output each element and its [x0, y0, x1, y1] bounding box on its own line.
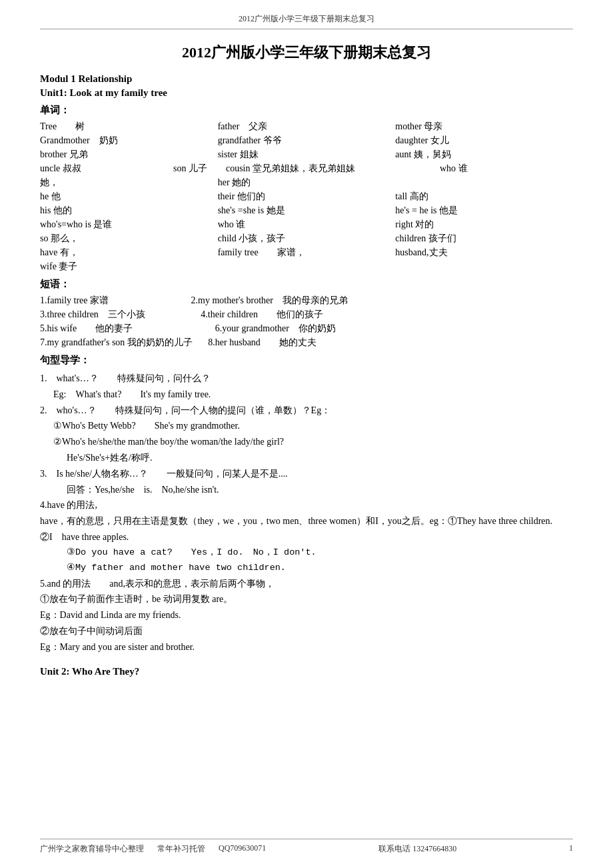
vocab-col-4-2: son 儿子 cousin 堂兄弟姐妹，表兄弟姐妹	[173, 163, 440, 175]
vocab-col-8-2: who 谁	[218, 219, 396, 231]
phrases-title: 短语：	[40, 278, 573, 291]
vocab-row-7: his 他的 she's =she is 她是 he's = he is 他是	[40, 205, 573, 217]
vocab-col-1-1: Tree 树	[40, 121, 218, 133]
phrase-6: 6.your grandmother 你的奶奶	[135, 323, 336, 333]
vocab-col-1-2: father 父亲	[218, 121, 396, 133]
vocab-row-11: wife 妻子	[40, 261, 573, 273]
sentence-1: 1. what's…？ 特殊疑问句，问什么？	[40, 371, 573, 387]
phrase-2: 2.my mother's brother 我的母亲的兄弟	[111, 295, 348, 305]
vocab-rows: Tree 树 father 父亲 mother 母亲 Grandmother 奶…	[40, 121, 573, 273]
phrase-row-4: 7.my grandfather's son 我的奶奶的儿子 8.her hus…	[40, 337, 573, 349]
sentence-5: 5.and 的用法 and,表示和的意思，表示前后两个事物，	[40, 576, 573, 592]
vocab-row-2: Grandmother 奶奶 grandfather 爷爷 daughter 女…	[40, 135, 573, 147]
header-title: 2012广州版小学三年级下册期末总复习	[239, 14, 374, 23]
sentence-5-detail2: ②放在句子中间动词后面	[40, 623, 573, 639]
vocab-col-9-1: so 那么，	[40, 233, 218, 245]
footer-page: 1	[569, 843, 573, 855]
vocab-col-5-1: 她，	[40, 177, 218, 189]
vocab-row-6: he 他 their 他们的 tall 高的	[40, 191, 573, 203]
footer-org: 广州学之家教育辅导中心整理	[40, 843, 144, 855]
sentence-4-eg4: ④My father and mother have two children.	[40, 561, 573, 576]
vocab-row-8: who's=who is 是谁 who 谁 right 对的	[40, 219, 573, 231]
vocab-col-5-3	[395, 177, 573, 189]
unit2-section: Unit 2: Who Are They?	[40, 666, 573, 677]
phrase-row-3: 5.his wife 他的妻子 6.your grandmother 你的奶奶	[40, 323, 573, 335]
vocab-col-9-3: children 孩子们	[395, 233, 573, 245]
sentence-5-eg1: Eg：David and Linda are my friends.	[40, 607, 573, 623]
sentence-4-eg3: ③Do you have a cat? Yes，I do. No，I don't…	[40, 545, 573, 561]
main-title: 2012广州版小学三年级下册期末总复习	[40, 43, 573, 63]
vocab-col-10-1: have 有，	[40, 247, 218, 259]
phrase-5: 5.his wife 他的妻子	[40, 323, 133, 333]
vocab-col-11-1: wife 妻子	[40, 261, 218, 273]
vocab-col-4-3: who 谁	[440, 163, 573, 175]
header-bar: 2012广州版小学三年级下册期末总复习	[40, 13, 573, 29]
vocab-col-8-1: who's=who is 是谁	[40, 219, 218, 231]
unit1-heading: Unit1: Look at my family tree	[40, 87, 573, 99]
vocab-col-3-1: brother 兄弟	[40, 149, 218, 161]
vocab-col-10-2: family tree 家谱，	[218, 247, 396, 259]
sentence-5-eg2: Eg：Mary and you are sister and brother.	[40, 639, 573, 655]
footer-service: 常年补习托管	[157, 843, 205, 855]
footer-left: 广州学之家教育辅导中心整理 常年补习托管 QQ709630071	[40, 843, 266, 855]
phrases-section: 短语： 1.family tree 家谱 2.my mother's broth…	[40, 278, 573, 349]
vocab-col-7-3: he's = he is 他是	[395, 205, 573, 217]
vocab-row-10: have 有， family tree 家谱， husband,丈夫	[40, 247, 573, 259]
sentence-4: 4.have 的用法,	[40, 497, 573, 513]
vocab-col-7-2: she's =she is 她是	[218, 205, 396, 217]
sentence-3-reply: 回答：Yes,he/she is. No,he/she isn't.	[40, 482, 573, 498]
unit2-heading: Unit 2: Who Are They?	[40, 666, 573, 677]
sentence-5-detail1: ①放在句子前面作主语时，be 动词用复数 are。	[40, 591, 573, 607]
vocab-col-6-1: he 他	[40, 191, 218, 203]
module-heading: Modul 1 Relationship	[40, 73, 573, 85]
footer-qq: QQ709630071	[219, 843, 266, 855]
vocab-col-3-2: sister 姐妹	[218, 149, 396, 161]
sentence-2: 2. who's…？ 特殊疑问句，问一个人物的提问（谁，单数）？Eg：	[40, 403, 573, 419]
phrase-4: 4.their children 他们的孩子	[147, 309, 323, 319]
vocab-col-4-1: uncle 叔叔	[40, 163, 173, 175]
phrase-7: 7.my grandfather's son 我的奶奶的儿子	[40, 337, 193, 347]
sentence-2-eg2: ②Who's he/she/the man/the boy/the woman/…	[40, 434, 573, 450]
vocab-col-2-1: Grandmother 奶奶	[40, 135, 218, 147]
vocab-col-6-2: their 他们的	[218, 191, 396, 203]
phrase-1: 1.family tree 家谱	[40, 295, 109, 305]
sentence-2-eg3: He's/She's+姓名/称呼.	[40, 450, 573, 466]
vocab-col-10-3: husband,丈夫	[395, 247, 573, 259]
vocab-col-2-3: daughter 女儿	[395, 135, 573, 147]
vocab-col-8-3: right 对的	[395, 219, 573, 231]
vocab-row-4: uncle 叔叔 son 儿子 cousin 堂兄弟姐妹，表兄弟姐妹 who 谁	[40, 163, 573, 175]
sentence-3: 3. Is he/she/人物名称…？ 一般疑问句，问某人是不是....	[40, 466, 573, 482]
sentences-section: 句型导学： 1. what's…？ 特殊疑问句，问什么？ Eg: What's …	[40, 354, 573, 655]
vocab-col-11-3	[395, 261, 573, 273]
phrase-8: 8.her husband 她的丈夫	[195, 337, 316, 347]
phrase-row-1: 1.family tree 家谱 2.my mother's brother 我…	[40, 295, 573, 307]
page: 2012广州版小学三年级下册期末总复习 2012广州版小学三年级下册期末总复习 …	[0, 0, 613, 868]
phrase-3: 3.three children 三个小孩	[40, 309, 145, 319]
footer-contact: 联系电话 13247664830	[378, 843, 456, 855]
vocab-row-5: 她， her 她的	[40, 177, 573, 189]
vocab-col-7-1: his 他的	[40, 205, 218, 217]
vocab-col-11-2	[218, 261, 396, 273]
vocab-col-1-3: mother 母亲	[395, 121, 573, 133]
vocab-col-6-3: tall 高的	[395, 191, 573, 203]
vocab-col-2-2: grandfather 爷爷	[218, 135, 396, 147]
sentences-title: 句型导学：	[40, 354, 573, 367]
sentence-4-detail: have，有的意思，只用在主语是复数（they，we，you，two men、t…	[40, 513, 573, 545]
vocab-row-9: so 那么， child 小孩，孩子 children 孩子们	[40, 233, 573, 245]
sentence-1-eg: Eg: What's that? It's my family tree.	[40, 387, 573, 403]
vocab-row-1: Tree 树 father 父亲 mother 母亲	[40, 121, 573, 133]
vocab-col-5-2: her 她的	[218, 177, 396, 189]
vocab-col-9-2: child 小孩，孩子	[218, 233, 396, 245]
vocab-col-3-3: aunt 姨，舅妈	[395, 149, 573, 161]
vocab-row-3: brother 兄弟 sister 姐妹 aunt 姨，舅妈	[40, 149, 573, 161]
sentence-2-eg1: ①Who's Betty Webb? She's my grandmother.	[40, 418, 573, 434]
vocab-title: 单词：	[40, 104, 573, 117]
phrase-row-2: 3.three children 三个小孩 4.their children 他…	[40, 309, 573, 321]
footer: 广州学之家教育辅导中心整理 常年补习托管 QQ709630071 联系电话 13…	[40, 839, 573, 855]
